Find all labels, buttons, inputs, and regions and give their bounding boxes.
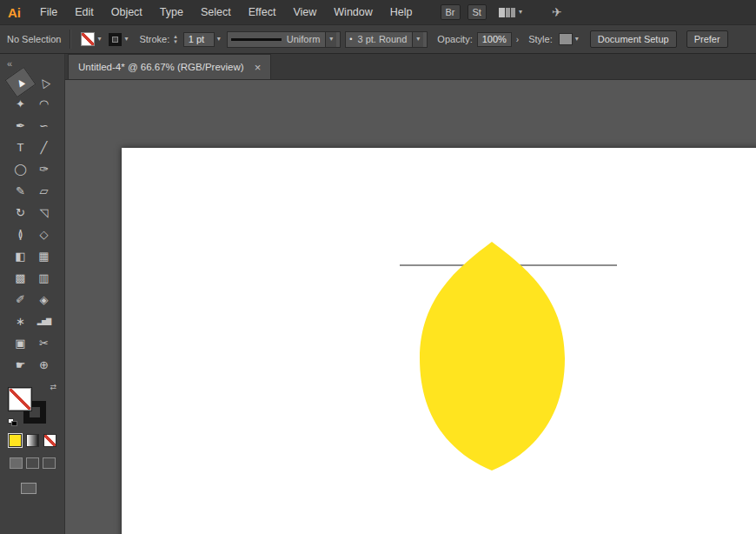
- menu-type[interactable]: Type: [151, 6, 192, 18]
- curvature-tool[interactable]: ∽: [32, 115, 56, 137]
- opacity-field[interactable]: 100%: [477, 32, 512, 47]
- menu-help[interactable]: Help: [381, 6, 421, 18]
- tool-grid: ▲ △ ✦ ◠ ✒ ∽ T ╱ ◯ ✑ ✎ ▱ ↻ ◹ ≬ ◇ ◧ ▦ ▩ ▥ …: [9, 71, 56, 376]
- draw-behind-mode-icon[interactable]: [26, 457, 39, 469]
- rotate-tool[interactable]: ↻: [9, 202, 32, 224]
- fill-color-dropdown[interactable]: ▾: [79, 31, 103, 47]
- chevron-down-icon: ▾: [416, 36, 420, 43]
- chevron-down-icon: ▾: [575, 36, 579, 43]
- document-tabbar: Untitled-4* @ 66.67% (RGB/Preview) ×: [65, 54, 756, 80]
- opacity-label[interactable]: Opacity:: [437, 34, 472, 44]
- style-swatch-icon: [559, 33, 573, 45]
- workspace-layout-icon: [499, 8, 515, 17]
- scale-tool[interactable]: ◹: [32, 202, 56, 224]
- color-mode-row: [9, 434, 56, 447]
- variable-width-profile-dropdown[interactable]: Uniform ▾: [227, 31, 342, 48]
- artboard-tool[interactable]: ▣: [9, 332, 32, 354]
- menu-window[interactable]: Window: [325, 6, 381, 18]
- chevron-down-icon: ▾: [519, 9, 522, 16]
- line-segment-tool[interactable]: ╱: [32, 137, 56, 158]
- eyedropper-tool[interactable]: ✐: [9, 289, 32, 310]
- pencil-tool[interactable]: ✎: [9, 180, 32, 202]
- change-screen-mode-icon[interactable]: [21, 483, 36, 494]
- paintbrush-tool[interactable]: ✑: [32, 158, 56, 180]
- brush-stroke-icon: •: [349, 35, 352, 43]
- preferences-button[interactable]: Prefer: [686, 30, 728, 48]
- lasso-tool[interactable]: ◠: [32, 93, 56, 115]
- fill-stroke-control: ⇄: [8, 383, 56, 426]
- document-tab-title: Untitled-4* @ 66.67% (RGB/Preview): [78, 62, 244, 72]
- blend-tool[interactable]: ◈: [32, 289, 56, 310]
- opacity-options-chevron-icon[interactable]: ›: [516, 35, 519, 44]
- menubar: Ai File Edit Object Type Select Effect V…: [0, 0, 756, 24]
- workspace-switcher[interactable]: ▾: [499, 8, 522, 17]
- artwork: [122, 148, 756, 534]
- stroke-weight-field[interactable]: 1 pt: [183, 32, 215, 47]
- column-graph-tool[interactable]: ▂▅▇: [32, 310, 56, 332]
- free-transform-tool[interactable]: ◇: [32, 224, 56, 245]
- slice-tool[interactable]: ✂: [32, 332, 56, 354]
- stock-button[interactable]: St: [468, 4, 487, 20]
- toolbar-collapse-button[interactable]: «: [0, 56, 19, 70]
- brush-dropdown-button[interactable]: ▾: [412, 32, 423, 47]
- zoom-tool[interactable]: ⊕: [32, 354, 56, 376]
- gpu-performance-icon[interactable]: ✈: [552, 5, 562, 19]
- pen-tool[interactable]: ✒: [9, 115, 32, 137]
- stroke-weight-stepper[interactable]: ▴ ▾: [174, 34, 177, 44]
- shape-builder-tool[interactable]: ◧: [9, 245, 32, 267]
- stroke-color-dropdown[interactable]: ▾: [107, 32, 129, 47]
- menu-select[interactable]: Select: [192, 6, 240, 18]
- draw-inside-mode-icon[interactable]: [43, 457, 56, 469]
- width-tool[interactable]: ≬: [9, 224, 32, 245]
- close-icon[interactable]: ×: [255, 62, 262, 73]
- divider: [70, 30, 70, 49]
- stroke-label[interactable]: Stroke:: [139, 34, 169, 44]
- chevron-down-icon: ▾: [124, 36, 128, 43]
- fill-none-swatch-icon: [81, 32, 95, 46]
- control-panel: No Selection ▾ ▾ Stroke: ▴ ▾ 1 pt ▾ Unif…: [0, 24, 756, 54]
- yellow-leaf-shape[interactable]: [420, 242, 565, 471]
- ellipse-tool[interactable]: ◯: [9, 158, 32, 180]
- type-tool[interactable]: T: [9, 137, 32, 158]
- stroke-swatch-icon: [109, 33, 122, 46]
- menu-effect[interactable]: Effect: [240, 6, 285, 18]
- tools-panel: « ▲ △ ✦ ◠ ✒ ∽ T ╱ ◯ ✑ ✎ ▱ ↻ ◹ ≬ ◇ ◧ ▦ ▩ …: [0, 54, 65, 534]
- brush-definition-dropdown[interactable]: • 3 pt. Round ▾: [345, 31, 428, 48]
- magic-wand-tool[interactable]: ✦: [9, 93, 32, 115]
- menu-view[interactable]: View: [284, 6, 325, 18]
- stepper-down-icon[interactable]: ▾: [174, 39, 177, 44]
- document-tab[interactable]: Untitled-4* @ 66.67% (RGB/Preview) ×: [68, 54, 271, 79]
- chevron-down-icon: ▾: [97, 36, 101, 43]
- gradient-tool[interactable]: ▥: [32, 267, 56, 289]
- profile-value: Uniform: [287, 34, 321, 44]
- stroke-weight-dropdown[interactable]: 1 pt ▾: [182, 31, 222, 48]
- canvas[interactable]: [65, 80, 756, 534]
- stroke-profile-icon: [231, 38, 282, 41]
- style-dropdown[interactable]: ▾: [557, 32, 580, 46]
- swap-fill-stroke-icon[interactable]: ⇄: [50, 383, 56, 391]
- none-button[interactable]: [43, 434, 56, 447]
- default-fill-stroke-icon[interactable]: [8, 418, 17, 426]
- document-setup-button[interactable]: Document Setup: [590, 30, 677, 48]
- menu-object[interactable]: Object: [103, 6, 151, 18]
- drawing-modes-row: [10, 457, 56, 469]
- menu-file[interactable]: File: [31, 6, 66, 18]
- menu-edit[interactable]: Edit: [66, 6, 103, 18]
- symbol-sprayer-tool[interactable]: ∗: [9, 310, 32, 332]
- fill-swatch[interactable]: [9, 388, 31, 411]
- profile-dropdown-button[interactable]: ▾: [325, 32, 336, 47]
- chevron-down-icon: ▾: [217, 36, 221, 43]
- app-logo: Ai: [0, 5, 31, 20]
- eraser-tool[interactable]: ▱: [32, 180, 56, 202]
- gradient-button[interactable]: [26, 434, 39, 447]
- document-area: Untitled-4* @ 66.67% (RGB/Preview) ×: [65, 54, 756, 534]
- bridge-button[interactable]: Br: [441, 4, 461, 20]
- main-area: « ▲ △ ✦ ◠ ✒ ∽ T ╱ ◯ ✑ ✎ ▱ ↻ ◹ ≬ ◇ ◧ ▦ ▩ …: [0, 54, 756, 534]
- color-button[interactable]: [9, 434, 22, 447]
- hand-tool[interactable]: ☛: [9, 354, 32, 376]
- perspective-grid-tool[interactable]: ▦: [32, 245, 56, 267]
- style-label[interactable]: Style:: [528, 34, 553, 44]
- mesh-tool[interactable]: ▩: [9, 267, 32, 289]
- draw-normal-mode-icon[interactable]: [10, 457, 23, 469]
- artboard[interactable]: [122, 148, 756, 534]
